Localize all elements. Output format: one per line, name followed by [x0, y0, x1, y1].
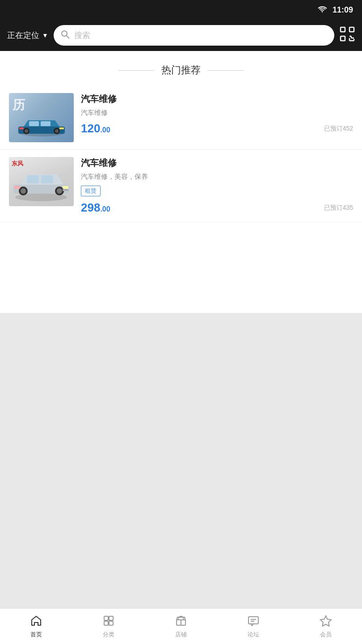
product-info-1: 汽车维修 汽车维修 120.00 已预订452 [81, 93, 353, 136]
product-footer-1: 120.00 已预订452 [81, 122, 353, 136]
star-icon [320, 614, 332, 629]
svg-marker-41 [320, 616, 331, 626]
search-icon [61, 30, 70, 41]
status-time: 11:09 [333, 5, 353, 15]
svg-rect-23 [27, 175, 39, 183]
product-desc-1: 汽车维修 [81, 109, 353, 117]
header: 正在定位 ▼ [0, 20, 362, 51]
home-icon [30, 614, 42, 629]
product-image-2 [9, 157, 74, 206]
nav-label-category: 分类 [103, 631, 114, 639]
svg-rect-31 [63, 189, 68, 191]
wifi-icon [317, 5, 327, 15]
location-label: 正在定位 [7, 30, 39, 41]
nav-item-shop[interactable]: 店铺 [145, 611, 217, 642]
nav-item-member[interactable]: 会员 [290, 611, 362, 642]
location-button[interactable]: 正在定位 ▼ [7, 30, 48, 41]
svg-rect-2 [341, 27, 345, 32]
svg-rect-19 [59, 127, 64, 129]
svg-rect-3 [349, 27, 354, 32]
nav-label-shop: 店铺 [175, 631, 187, 639]
list-item[interactable]: 汽车维修 汽车维修，美容，保养 租赁 298.00 已预订435 [0, 150, 362, 222]
price-main-1: 120 [81, 122, 100, 135]
title-right-line [208, 70, 244, 71]
svg-rect-33 [109, 616, 113, 620]
svg-rect-38 [248, 617, 258, 624]
product-name-2: 汽车维修 [81, 157, 353, 169]
product-tag-2: 租赁 [81, 186, 101, 196]
nav-label-home: 首页 [30, 631, 42, 639]
bottom-nav: 首页 分类 店铺 [0, 608, 362, 644]
svg-rect-20 [19, 127, 24, 129]
chevron-down-icon: ▼ [42, 32, 48, 39]
svg-line-1 [67, 36, 69, 38]
product-price-2: 298.00 [81, 201, 110, 215]
product-price-1: 120.00 [81, 122, 110, 136]
nav-label-member: 会员 [320, 631, 332, 639]
product-footer-2: 298.00 已预订435 [81, 201, 353, 215]
search-input[interactable] [74, 31, 327, 40]
product-info-2: 汽车维修 汽车维修，美容，保养 租赁 298.00 已预订435 [81, 157, 353, 215]
svg-point-0 [62, 31, 67, 36]
product-orders-2: 已预订435 [324, 204, 353, 212]
list-item[interactable]: 汽车维修 汽车维修 120.00 已预订452 [0, 86, 362, 150]
svg-rect-34 [104, 621, 108, 625]
status-bar: 11:09 [0, 0, 362, 20]
product-orders-1: 已预订452 [324, 125, 353, 133]
main-content: 热门推荐 [0, 51, 362, 313]
product-name-1: 汽车维修 [81, 93, 353, 105]
price-decimal-1: .00 [100, 126, 110, 134]
chat-icon [247, 614, 260, 629]
svg-rect-13 [29, 121, 39, 126]
scan-button[interactable] [340, 26, 355, 44]
price-main-2: 298 [81, 201, 100, 214]
svg-rect-29 [63, 186, 68, 189]
svg-rect-30 [14, 186, 20, 189]
svg-rect-35 [109, 621, 113, 625]
product-list: 汽车维修 汽车维修 120.00 已预订452 [0, 86, 362, 222]
section-title: 热门推荐 [0, 51, 362, 86]
svg-rect-14 [41, 121, 51, 126]
nav-item-home[interactable]: 首页 [0, 611, 72, 642]
title-left-line [118, 70, 154, 71]
gray-area [0, 313, 362, 608]
nav-item-category[interactable]: 分类 [72, 611, 145, 642]
section-title-text: 热门推荐 [161, 64, 201, 77]
svg-rect-24 [41, 175, 53, 183]
grid-icon [102, 614, 115, 629]
product-desc-2: 汽车维修，美容，保养 [81, 173, 353, 181]
nav-label-forum: 论坛 [248, 631, 259, 639]
search-bar [54, 25, 334, 46]
product-image-1 [9, 93, 74, 142]
svg-point-18 [55, 129, 59, 133]
shop-icon [175, 614, 187, 629]
svg-point-28 [57, 188, 62, 194]
nav-item-forum[interactable]: 论坛 [217, 611, 290, 642]
svg-rect-32 [104, 616, 108, 620]
price-decimal-2: .00 [100, 205, 110, 213]
svg-point-26 [21, 188, 26, 194]
svg-point-16 [25, 129, 28, 133]
svg-rect-4 [341, 36, 345, 41]
